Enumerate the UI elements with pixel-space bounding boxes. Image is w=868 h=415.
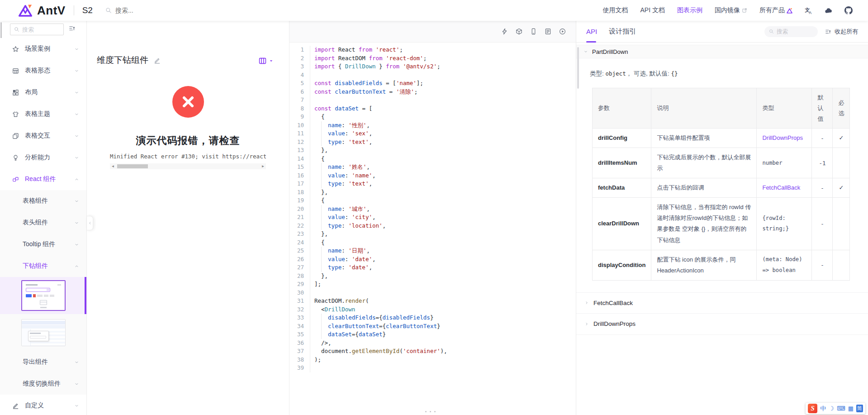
sidebar-item-dimension-switch-component[interactable]: 维度切换组件 [0, 373, 86, 395]
api-table-row: clearDrillDown清除下钻信息，当有指定的 rowId 传递时清除对应… [593, 198, 850, 250]
sidebar-collapse-button[interactable] [87, 216, 93, 230]
type-value: number [757, 148, 812, 178]
section-partdrilldown[interactable]: PartDrillDown [576, 45, 868, 58]
phone-icon[interactable] [530, 28, 537, 35]
meta-code: object [606, 70, 626, 77]
thumbnail-drilldown-demo-1[interactable] [0, 277, 86, 314]
brand[interactable]: AntV S2 [18, 4, 93, 18]
api-panel-scrollbar[interactable] [577, 47, 579, 89]
type-link[interactable]: FetchCallBack [757, 178, 812, 198]
cube-icon[interactable] [516, 28, 522, 35]
global-search-input[interactable] [115, 7, 156, 14]
api-table-row: fetchData点击下钻后的回调FetchCallBack-✓ [593, 178, 850, 198]
sidebar-item-react-components[interactable]: React 组件 [0, 168, 86, 190]
sidebar-item-scene-examples[interactable]: 场景案例 [0, 38, 86, 60]
line-number: 11 [289, 129, 310, 138]
code-line: 30 [289, 289, 576, 297]
sidebar-item-label: 自定义 [25, 401, 74, 410]
examples-sidebar: 场景案例表格形态布局表格主题表格交互分析能力React 组件表格组件表头组件To… [0, 21, 87, 415]
ime-mode-item[interactable]: ⌨ [837, 405, 845, 412]
sidebar-item-header-component[interactable]: 表头组件 [0, 212, 86, 234]
code-line: 29]; [289, 280, 576, 289]
api-table-header-row: 参数说明类型默认值必选 [593, 88, 850, 129]
code-editor[interactable]: 1import React from 'react';2import React… [289, 43, 576, 372]
error-detail-scrollbar[interactable]: ◄ ► [110, 163, 266, 169]
sidebar-item-label: 维度切换组件 [23, 380, 74, 388]
pane-resize-handle[interactable] [425, 411, 436, 412]
nav-examples[interactable]: 图表示例 [677, 6, 702, 14]
nav-all-products[interactable]: 所有产品 [759, 6, 792, 14]
nav-label: 使用文档 [603, 6, 628, 14]
tab-design-guide[interactable]: 设计指引 [609, 21, 636, 43]
ime-logo[interactable]: S [808, 404, 817, 413]
param-name: clearDrillDown [593, 198, 651, 250]
code-editor-pane: 1import React from 'react';2import React… [289, 21, 576, 415]
tshirt-icon [12, 111, 19, 118]
sort-icon[interactable] [69, 25, 76, 32]
sidebar-item-label: 表格主题 [25, 110, 74, 118]
pencil-icon [12, 402, 19, 409]
thumbnail-image [21, 319, 66, 346]
line-number: 29 [289, 280, 310, 289]
play-icon[interactable] [559, 28, 566, 35]
sidebar-item-table-shape[interactable]: 表格形态 [0, 60, 86, 81]
nav-api-docs[interactable]: API 文档 [640, 6, 665, 14]
community-icon[interactable] [825, 7, 832, 14]
section-drilldownprops[interactable]: DrillDownProps [576, 314, 868, 335]
collapse-all-button[interactable]: 收起所有 [825, 28, 858, 36]
nav-mirror[interactable]: 国内镜像 [715, 6, 747, 14]
sidebar-item-table-component[interactable]: 表格组件 [0, 190, 86, 212]
sidebar-item-custom[interactable]: 自定义 [0, 395, 86, 415]
line-number: 15 [289, 163, 310, 172]
sidebar-item-drilldown-component[interactable]: 下钻组件 [0, 255, 86, 277]
collapse-all-icon [825, 29, 831, 35]
ime-mode-item[interactable]: ▦ [848, 405, 854, 412]
code-line: 20 name: '城市', [289, 205, 576, 214]
required-mark [833, 198, 850, 250]
ime-mode-item[interactable]: ☽ [829, 405, 834, 412]
thumbnail-drilldown-demo-2[interactable] [0, 314, 86, 351]
tab-api[interactable]: API [586, 21, 597, 43]
chevron-down-icon [74, 220, 79, 225]
section-title: PartDrillDown [592, 48, 628, 55]
api-search[interactable] [764, 26, 818, 37]
ime-toolbar[interactable]: S 中☽⌨▦ 简 [806, 403, 865, 414]
sidebar-item-analysis[interactable]: 分析能力 [0, 147, 86, 168]
ime-simplified-toggle[interactable]: 简 [856, 405, 863, 412]
scroll-right-arrow[interactable]: ► [260, 163, 266, 169]
product-name[interactable]: S2 [82, 5, 93, 15]
sidebar-item-table-theme[interactable]: 表格主题 [0, 103, 86, 125]
sidebar-search-input[interactable] [22, 26, 54, 33]
sidebar-item-export-component[interactable]: 导出组件 [0, 351, 86, 373]
required-mark: ✓ [833, 129, 850, 148]
code-line: 4 [289, 71, 576, 80]
type-link[interactable]: DrillDownProps [757, 129, 812, 148]
layout-switch-button[interactable] [259, 57, 274, 65]
sidebar-item-tooltip-component[interactable]: Tooltip 组件 [0, 234, 86, 255]
scroll-left-arrow[interactable]: ◄ [110, 163, 116, 169]
brand-name: AntV [37, 4, 66, 18]
line-number: 6 [289, 88, 310, 96]
global-search[interactable] [105, 7, 156, 14]
ime-mode-item[interactable]: 中 [820, 405, 826, 413]
nav-docs[interactable]: 使用文档 [603, 6, 628, 14]
sidebar-item-label: 表格形态 [25, 67, 74, 75]
error-x-icon [172, 86, 204, 118]
table-icon [12, 67, 19, 74]
code-line: 15 name: '姓名', [289, 163, 576, 172]
sidebar-item-layout[interactable]: 布局 [0, 81, 86, 103]
sidebar-search[interactable] [10, 24, 64, 35]
chevron-up-icon [74, 264, 79, 269]
api-table: 参数说明类型默认值必选drillConfig下钻菜单组件配置项DrillDown… [592, 88, 850, 281]
translate-icon[interactable]: 文A [805, 7, 812, 14]
section-fetchcallback[interactable]: FetchCallBack [576, 292, 868, 314]
required-mark [833, 148, 850, 178]
editor-icon[interactable] [545, 28, 551, 35]
sidebar-item-table-interaction[interactable]: 表格交互 [0, 125, 86, 147]
selected-indicator-bar [85, 277, 86, 314]
api-search-input[interactable] [777, 29, 808, 35]
lightning-icon[interactable] [501, 28, 508, 35]
scrollbar-thumb[interactable] [117, 164, 148, 168]
edit-title-icon[interactable] [154, 57, 161, 64]
github-icon[interactable] [844, 6, 853, 14]
